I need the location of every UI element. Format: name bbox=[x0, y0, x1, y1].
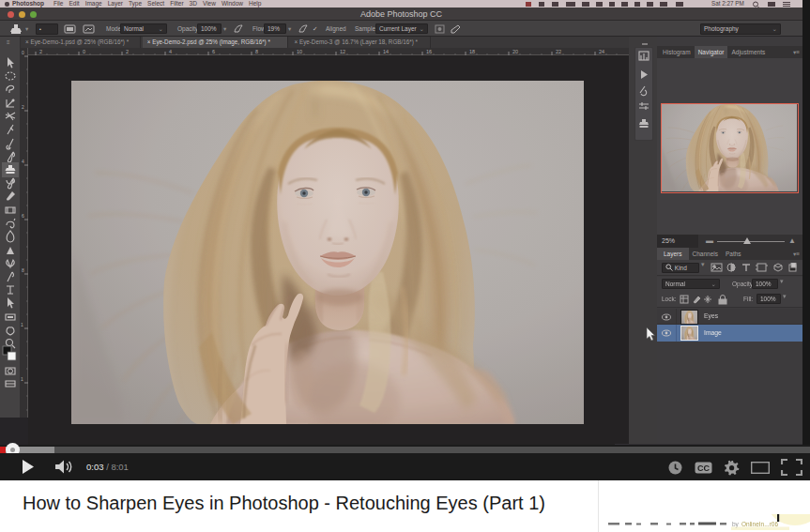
svg-text:0: 0 bbox=[22, 50, 24, 55]
svg-text:16: 16 bbox=[426, 49, 432, 54]
svg-text:18: 18 bbox=[469, 49, 475, 54]
svg-text:1: 1 bbox=[21, 322, 23, 327]
svg-text:6: 6 bbox=[212, 49, 215, 54]
svg-text:2: 2 bbox=[126, 49, 129, 54]
svg-text:6: 6 bbox=[22, 213, 24, 219]
svg-text:4: 4 bbox=[169, 49, 172, 54]
svg-text:OnlineIn...r06: OnlineIn...r06 bbox=[741, 521, 778, 527]
svg-text:10: 10 bbox=[297, 49, 302, 54]
svg-text:2: 2 bbox=[22, 104, 24, 110]
svg-text:CC: CC bbox=[697, 464, 710, 473]
svg-text:20: 20 bbox=[512, 49, 518, 54]
svg-text:4: 4 bbox=[22, 159, 24, 164]
svg-text:8: 8 bbox=[255, 49, 258, 54]
svg-text:by: by bbox=[732, 521, 740, 528]
svg-text:2: 2 bbox=[39, 49, 42, 54]
svg-text:1: 1 bbox=[21, 376, 23, 382]
svg-text:22: 22 bbox=[556, 49, 561, 54]
svg-text:24: 24 bbox=[599, 49, 604, 54]
svg-text:14: 14 bbox=[383, 49, 389, 54]
svg-text:8: 8 bbox=[22, 267, 24, 273]
svg-text:≡: ≡ bbox=[7, 39, 10, 45]
svg-text:0: 0 bbox=[83, 49, 85, 54]
svg-text:12: 12 bbox=[340, 49, 345, 54]
